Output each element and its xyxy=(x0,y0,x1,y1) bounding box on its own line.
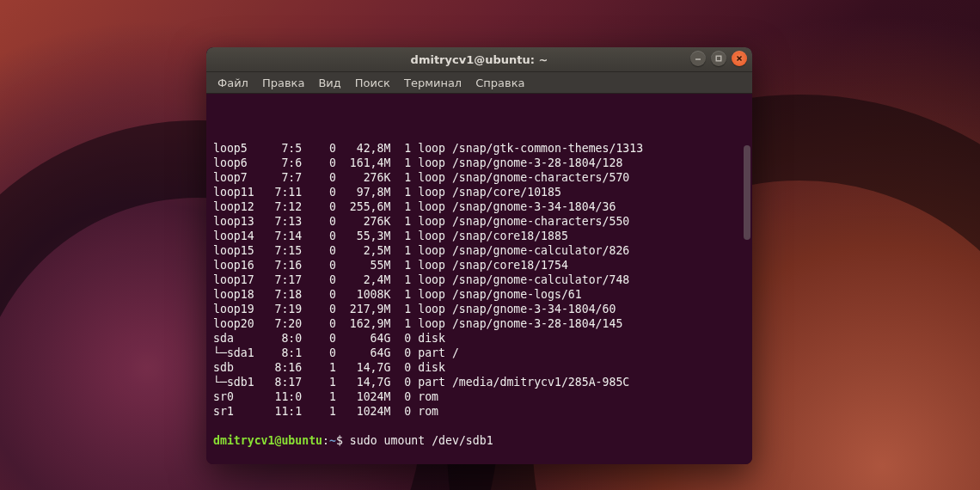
lsblk-row: sdb 8:16 1 14,7G 0 disk xyxy=(213,360,745,375)
minimize-button[interactable] xyxy=(690,51,706,66)
prompt-colon: : xyxy=(322,434,329,447)
lsblk-row: sr1 11:1 1 1024M 0 rom xyxy=(213,404,745,419)
lsblk-row: loop11 7:11 0 97,8M 1 loop /snap/core/10… xyxy=(213,185,745,199)
prompt-host: ubuntu xyxy=(281,434,322,447)
lsblk-row: loop12 7:12 0 255,6M 1 loop /snap/gnome-… xyxy=(213,199,745,214)
lsblk-row: sr0 11:0 1 1024M 0 rom xyxy=(213,389,745,404)
lsblk-row: loop14 7:14 0 55,3M 1 loop /snap/core18/… xyxy=(213,229,745,243)
lsblk-row: loop6 7:6 0 161,4M 1 loop /snap/gnome-3-… xyxy=(213,156,745,170)
prompt-dollar: $ xyxy=(336,434,350,447)
lsblk-row: └─sdb1 8:17 1 14,7G 0 part /media/dmitry… xyxy=(213,375,745,389)
lsblk-row: loop5 7:5 0 42,8M 1 loop /snap/gtk-commo… xyxy=(213,141,745,156)
close-button[interactable] xyxy=(732,51,747,66)
menu-help[interactable]: Справка xyxy=(469,75,530,91)
maximize-button[interactable] xyxy=(711,51,726,66)
window-controls xyxy=(690,51,747,66)
minimize-icon xyxy=(694,54,702,63)
lsblk-row: └─sda1 8:1 0 64G 0 part / xyxy=(213,346,745,360)
close-icon xyxy=(735,54,744,63)
menu-edit[interactable]: Правка xyxy=(256,75,310,91)
lsblk-row: loop7 7:7 0 276K 1 loop /snap/gnome-char… xyxy=(213,170,745,185)
window-titlebar[interactable]: dmitrycv1@ubuntu: ~ xyxy=(206,47,752,72)
scrollbar-thumb[interactable] xyxy=(744,145,750,240)
menubar: Файл Правка Вид Поиск Терминал Справка xyxy=(206,72,752,94)
maximize-icon xyxy=(714,54,723,63)
lsblk-row: loop20 7:20 0 162,9M 1 loop /snap/gnome-… xyxy=(213,316,745,331)
lsblk-row: loop15 7:15 0 2,5M 1 loop /snap/gnome-ca… xyxy=(213,243,745,258)
window-title: dmitrycv1@ubuntu: ~ xyxy=(206,53,752,66)
lsblk-row: loop13 7:13 0 276K 1 loop /snap/gnome-ch… xyxy=(213,214,745,229)
prompt-line-1: dmitrycv1@ubuntu:~$ sudo umount /dev/sdb… xyxy=(213,433,745,448)
terminal-output[interactable]: loop5 7:5 0 42,8M 1 loop /snap/gtk-commo… xyxy=(206,94,752,464)
lsblk-row: loop17 7:17 0 2,4M 1 loop /snap/gnome-ca… xyxy=(213,273,745,287)
prompt-path: ~ xyxy=(329,434,336,447)
command-umount: sudo umount /dev/sdb1 xyxy=(350,434,493,447)
menu-view[interactable]: Вид xyxy=(312,75,346,91)
lsblk-row: loop18 7:18 0 1008K 1 loop /snap/gnome-l… xyxy=(213,287,745,302)
lsblk-row: loop16 7:16 0 55M 1 loop /snap/core18/17… xyxy=(213,258,745,273)
sudo-password-prompt: [sudo] пароль для dmitrycv1: xyxy=(213,462,745,464)
lsblk-row: sda 8:0 0 64G 0 disk xyxy=(213,331,745,346)
menu-terminal[interactable]: Терминал xyxy=(398,75,468,91)
menu-search[interactable]: Поиск xyxy=(349,75,396,91)
lsblk-row: loop19 7:19 0 217,9M 1 loop /snap/gnome-… xyxy=(213,302,745,316)
prompt-user: dmitrycv1 xyxy=(213,434,274,447)
terminal-window: dmitrycv1@ubuntu: ~ Файл Правка Вид Поис… xyxy=(206,47,752,464)
menu-file[interactable]: Файл xyxy=(211,75,254,91)
svg-rect-1 xyxy=(716,56,721,61)
